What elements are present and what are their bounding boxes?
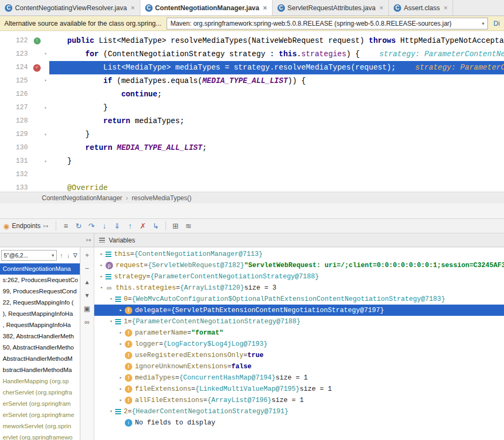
frame-item[interactable]: ContentNegotiationMana — [0, 263, 80, 275]
code-line[interactable]: 123▾ for (ContentNegotiationStrategy str… — [0, 48, 504, 61]
drop-frame-icon[interactable]: ✗ — [137, 220, 149, 232]
frame-item[interactable]: 50, AbstractHandlerMetho — [0, 342, 80, 353]
frame-item[interactable]: erServlet (org.springfram — [0, 398, 80, 409]
frame-item[interactable]: ervlet (org.springframewo — [0, 432, 80, 440]
code-line[interactable]: 133 @Override — [0, 181, 504, 192]
frame-item[interactable]: HandlerMapping (org.sp — [0, 376, 80, 387]
view-breakpoints-icon[interactable]: ⊞ — [169, 220, 182, 232]
variable-row[interactable]: ▸fdelegate = {ServletPathExtensionConten… — [94, 305, 504, 316]
frame-item[interactable]: 22, RequestMappingInfo ( — [0, 297, 80, 308]
code-line[interactable]: 131▴ } — [0, 155, 504, 168]
frame-up-icon[interactable]: ↑ — [58, 252, 65, 259]
breakpoint-icon[interactable]: ✓ — [33, 64, 41, 72]
editor-tab[interactable]: CServletRequestAttributes.java× — [273, 0, 389, 16]
tree-chevron-icon[interactable]: ▸ — [97, 274, 106, 279]
close-icon[interactable]: × — [379, 4, 383, 11]
tree-chevron-icon[interactable]: ▾ — [107, 408, 115, 414]
code-editor[interactable]: 122↑ public List<MediaType> resolveMedia… — [0, 31, 504, 192]
tree-chevron-icon[interactable]: ▾ — [107, 318, 115, 324]
scroll-down-icon[interactable]: ▾ — [85, 292, 89, 299]
editor-tab[interactable]: CContentNegotiatingViewResolver.java× — [0, 0, 140, 16]
variable-row[interactable]: ▸strategy = {ParameterContentNegotiation… — [94, 271, 504, 282]
override-marker-icon[interactable]: ↑ — [34, 37, 41, 44]
code-line[interactable]: 132 — [0, 168, 504, 181]
frame-item[interactable]: ), RequestMappingInfoHa — [0, 308, 80, 320]
tree-chevron-icon[interactable]: ▸ — [117, 397, 125, 403]
frame-item[interactable]: bstractHandlerMethodMa — [0, 365, 80, 376]
endpoints-tab-label[interactable]: Endpoints — [12, 222, 40, 230]
step-over-icon[interactable]: ↷ — [85, 220, 98, 232]
editor-tab[interactable]: CContentNegotiationManager.java× — [140, 0, 273, 16]
layout-menu-icon[interactable]: ≡ — [59, 220, 72, 232]
fold-expand-icon[interactable]: ▴ — [42, 155, 49, 168]
copy-icon[interactable]: ▣ — [84, 305, 90, 312]
hide-panel-icon[interactable]: ↦ — [86, 237, 91, 244]
code-line[interactable]: 122↑ public List<MediaType> resolveMedia… — [0, 34, 504, 48]
frame-item[interactable]: cherServlet (org.springfra — [0, 387, 80, 398]
close-icon[interactable]: × — [131, 4, 135, 11]
variable-row[interactable]: ▾0 = {WebMvcAutoConfiguration$OptionalPa… — [94, 293, 504, 305]
variable-row[interactable]: ▸fparameterName = "format" — [94, 327, 504, 338]
variable-row[interactable]: ▸prequest = {ServletWebRequest@7182} "Se… — [94, 260, 504, 271]
tree-chevron-icon[interactable]: ▸ — [97, 251, 106, 257]
variable-row[interactable]: ▸fmediaTypes = {ConcurrentHashMap@7194} … — [94, 372, 504, 383]
variable-row[interactable]: ▾1 = {ParameterContentNegotiationStrateg… — [94, 316, 504, 327]
code-line[interactable]: 129▴ } — [0, 128, 504, 141]
tree-chevron-icon[interactable]: ▸ — [97, 262, 106, 268]
tree-chevron-icon[interactable]: ▸ — [117, 330, 125, 336]
frame-item[interactable]: 99, ProducesRequestCond — [0, 286, 80, 297]
frame-item[interactable]: , RequestMappingInfoHa — [0, 320, 80, 331]
code-line[interactable]: 130 return MEDIA_TYPE_ALL_LIST; — [0, 141, 504, 155]
variable-row[interactable]: iNo fields to display — [94, 417, 504, 428]
disable-link[interactable]: Di — [493, 20, 500, 27]
variable-row[interactable]: ▾2 = {HeaderContentNegotiationStrategy@7… — [94, 406, 504, 417]
tree-chevron-icon[interactable]: ▾ — [97, 285, 106, 291]
variable-row[interactable]: ▸ffileExtensions = {LinkedMultiValueMap@… — [94, 383, 504, 395]
info-icon: i — [125, 419, 132, 427]
frame-item[interactable]: AbstractHandlerMethodM — [0, 353, 80, 365]
fold-expand-icon[interactable]: ▴ — [42, 101, 49, 115]
tree-chevron-icon[interactable]: ▸ — [117, 307, 125, 313]
frame-item[interactable]: erServlet (org.springframe — [0, 409, 80, 421]
step-into-icon[interactable]: ↓ — [98, 220, 111, 232]
variable-row[interactable]: fignoreUnknownExtensions = false — [94, 361, 504, 372]
variable-row[interactable]: ▸fallFileExtensions = {ArrayList@7196} s… — [94, 395, 504, 406]
scroll-up-icon[interactable]: ▴ — [85, 278, 89, 285]
frame-item[interactable]: 382, AbstractHandlerMeth — [0, 331, 80, 342]
filter-icon[interactable]: ∇ — [72, 252, 79, 259]
variable-row[interactable]: ▾∞this.strategies = {ArrayList@7120} siz… — [94, 282, 504, 293]
editor-tab[interactable]: CAssert.class× — [389, 0, 453, 16]
add-watch-icon[interactable]: + — [85, 252, 89, 259]
fold-collapse-icon[interactable]: ▾ — [42, 74, 49, 88]
show-watches-icon[interactable]: ∞ — [85, 318, 89, 325]
breadcrumb-item[interactable]: ContentNegotiationManager — [42, 194, 122, 202]
tree-chevron-icon[interactable]: ▸ — [117, 341, 125, 347]
variable-row[interactable]: ▸flogger = {LogFactory$Log4jLog@7193} — [94, 338, 504, 350]
rerun-icon[interactable]: ↻ — [72, 220, 85, 232]
run-to-cursor-icon[interactable]: ↳ — [149, 220, 162, 232]
breadcrumb-item[interactable]: resolveMediaTypes() — [132, 194, 191, 202]
code-line[interactable]: 126 continue; — [0, 88, 504, 101]
tree-chevron-icon[interactable]: ▸ — [117, 375, 125, 381]
code-line[interactable]: 125▾ if (mediaTypes.equals(MEDIA_TYPE_AL… — [0, 74, 504, 88]
mute-breakpoints-icon[interactable]: ≋ — [182, 220, 195, 232]
tree-chevron-icon[interactable]: ▾ — [107, 296, 115, 302]
frame-item[interactable]: meworkServlet (org.sprin — [0, 421, 80, 432]
frame-item[interactable]: s:262, ProducesRequestCo — [0, 275, 80, 286]
thread-dropdown[interactable]: 5"@6,2... ▾ — [1, 250, 57, 261]
force-step-into-icon[interactable]: ⇓ — [111, 220, 124, 232]
source-jar-dropdown[interactable]: Maven: org.springframework:spring-web:5.… — [167, 18, 488, 29]
code-line[interactable]: 124✓ List<MediaType> mediaTypes = strate… — [0, 61, 504, 74]
frame-down-icon[interactable]: ↓ — [65, 252, 72, 259]
variable-row[interactable]: ▸this = {ContentNegotiationManager@7113} — [94, 248, 504, 260]
code-line[interactable]: 127▴ } — [0, 101, 504, 115]
step-out-icon[interactable]: ↑ — [124, 220, 137, 232]
remove-watch-icon[interactable]: − — [85, 265, 89, 272]
code-line[interactable]: 128 return mediaTypes; — [0, 115, 504, 128]
close-icon[interactable]: × — [263, 4, 267, 11]
variable-row[interactable]: fuseRegisteredExtensionsOnly = true — [94, 350, 504, 361]
close-icon[interactable]: × — [443, 4, 448, 11]
fold-expand-icon[interactable]: ▴ — [42, 128, 49, 141]
tree-chevron-icon[interactable]: ▸ — [117, 386, 125, 392]
fold-collapse-icon[interactable]: ▾ — [42, 48, 49, 61]
